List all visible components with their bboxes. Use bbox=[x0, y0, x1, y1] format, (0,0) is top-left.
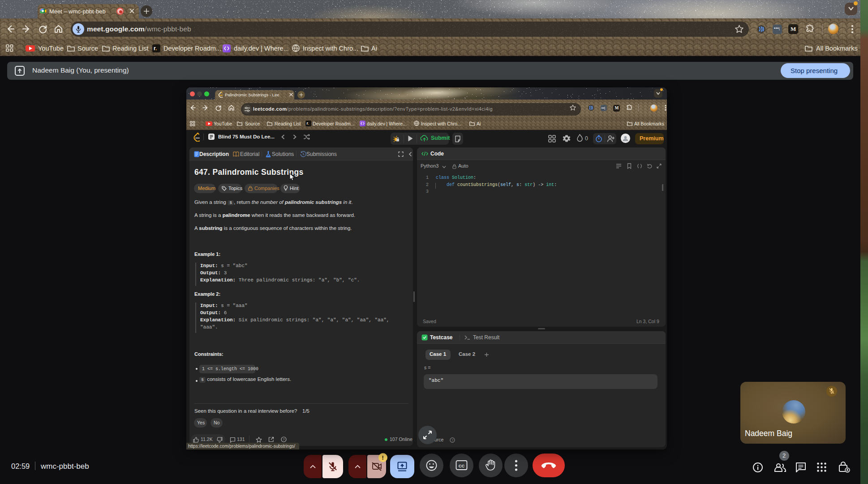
svg-text:CC: CC bbox=[459, 463, 465, 468]
svg-text:?: ? bbox=[451, 438, 453, 442]
svg-text:?: ? bbox=[283, 437, 285, 441]
